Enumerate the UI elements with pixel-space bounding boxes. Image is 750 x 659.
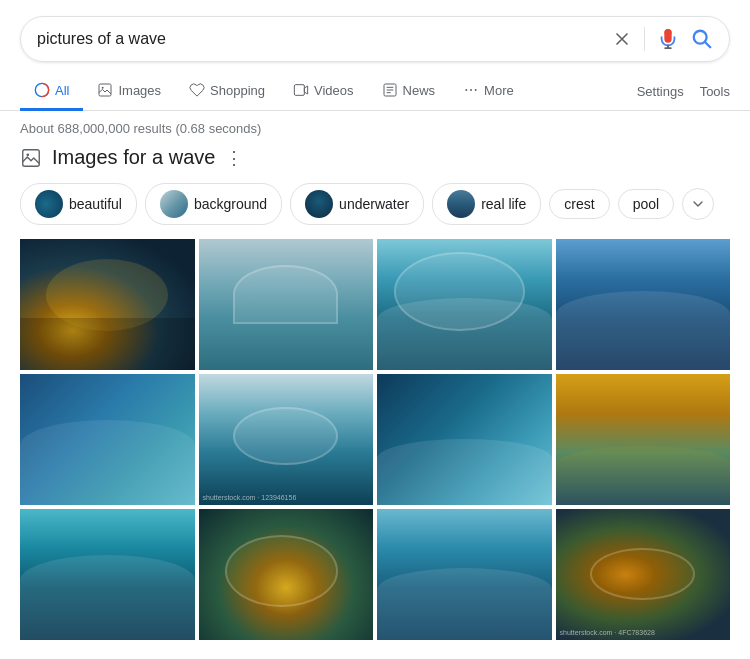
chip-label-background: background bbox=[194, 196, 267, 212]
clear-icon[interactable] bbox=[612, 29, 632, 49]
search-icon[interactable] bbox=[691, 28, 713, 50]
news-tab-icon bbox=[382, 82, 398, 98]
tab-videos-label: Videos bbox=[314, 83, 354, 98]
svg-point-14 bbox=[475, 89, 477, 91]
chip-underwater[interactable]: underwater bbox=[290, 183, 424, 225]
tools-link[interactable]: Tools bbox=[700, 84, 730, 99]
tab-videos[interactable]: Videos bbox=[279, 72, 368, 111]
chip-crest[interactable]: crest bbox=[549, 189, 609, 219]
chip-label-crest: crest bbox=[564, 196, 594, 212]
svg-line-3 bbox=[705, 42, 710, 47]
svg-point-16 bbox=[26, 153, 29, 156]
images-header: Images for a wave ⋮ bbox=[20, 146, 730, 169]
filter-chips: beautiful background underwater real lif… bbox=[20, 183, 730, 225]
chevron-down-icon bbox=[690, 196, 706, 212]
more-options-icon[interactable]: ⋮ bbox=[225, 147, 243, 169]
nav-tabs: All Images Shopping Videos News bbox=[0, 72, 750, 111]
search-icons bbox=[612, 27, 713, 51]
tab-images-label: Images bbox=[118, 83, 161, 98]
chip-thumb-beautiful bbox=[35, 190, 63, 218]
divider bbox=[644, 27, 645, 51]
image-cell-9[interactable] bbox=[20, 509, 195, 640]
chip-dropdown-button[interactable] bbox=[682, 188, 714, 220]
chip-label-beautiful: beautiful bbox=[69, 196, 122, 212]
image-cell-8[interactable] bbox=[556, 374, 731, 505]
videos-tab-icon bbox=[293, 82, 309, 98]
svg-rect-5 bbox=[99, 84, 111, 96]
chip-label-pool: pool bbox=[633, 196, 659, 212]
image-cell-3[interactable] bbox=[377, 239, 552, 370]
tab-more-label: More bbox=[484, 83, 514, 98]
svg-rect-15 bbox=[23, 149, 40, 166]
image-cell-6[interactable]: shutterstock.com · 123946156 bbox=[199, 374, 374, 505]
image-grid: shutterstock.com · 123946156 shutterstoc… bbox=[20, 239, 730, 640]
chip-thumb-real-life bbox=[447, 190, 475, 218]
image-cell-5[interactable] bbox=[20, 374, 195, 505]
svg-point-13 bbox=[470, 89, 472, 91]
chip-label-real-life: real life bbox=[481, 196, 526, 212]
results-count: About 688,000,000 results (0.68 seconds) bbox=[0, 111, 750, 146]
image-cell-2[interactable] bbox=[199, 239, 374, 370]
tab-all[interactable]: All bbox=[20, 72, 83, 111]
all-tab-icon bbox=[34, 82, 50, 98]
images-header-icon bbox=[20, 147, 42, 169]
svg-point-12 bbox=[465, 89, 467, 91]
tab-shopping-label: Shopping bbox=[210, 83, 265, 98]
chip-thumb-underwater bbox=[305, 190, 333, 218]
tab-news-label: News bbox=[403, 83, 436, 98]
image-cell-11[interactable] bbox=[377, 509, 552, 640]
images-tab-icon bbox=[97, 82, 113, 98]
mic-icon[interactable] bbox=[657, 28, 679, 50]
more-dots-icon bbox=[463, 82, 479, 98]
chip-real-life[interactable]: real life bbox=[432, 183, 541, 225]
chip-background[interactable]: background bbox=[145, 183, 282, 225]
search-bar bbox=[20, 16, 730, 62]
settings-link[interactable]: Settings bbox=[637, 84, 684, 99]
tab-all-label: All bbox=[55, 83, 69, 98]
chip-beautiful[interactable]: beautiful bbox=[20, 183, 137, 225]
svg-point-6 bbox=[102, 87, 104, 89]
tab-more[interactable]: More bbox=[449, 72, 528, 111]
chip-label-underwater: underwater bbox=[339, 196, 409, 212]
settings-tools: Settings Tools bbox=[637, 84, 730, 99]
search-bar-container bbox=[0, 0, 750, 72]
image-cell-4[interactable] bbox=[556, 239, 731, 370]
watermark-12: shutterstock.com · 4FC783628 bbox=[560, 629, 655, 636]
watermark-6: shutterstock.com · 123946156 bbox=[203, 494, 297, 501]
chip-thumb-background bbox=[160, 190, 188, 218]
chip-pool[interactable]: pool bbox=[618, 189, 674, 219]
image-cell-7[interactable] bbox=[377, 374, 552, 505]
shopping-tab-icon bbox=[189, 82, 205, 98]
search-input[interactable] bbox=[37, 30, 612, 48]
images-section-title: Images for a wave bbox=[52, 146, 215, 169]
image-cell-1[interactable] bbox=[20, 239, 195, 370]
tab-shopping[interactable]: Shopping bbox=[175, 72, 279, 111]
svg-rect-7 bbox=[294, 85, 304, 96]
image-cell-12[interactable]: shutterstock.com · 4FC783628 bbox=[556, 509, 731, 640]
tab-news[interactable]: News bbox=[368, 72, 450, 111]
tab-images[interactable]: Images bbox=[83, 72, 175, 111]
images-section: Images for a wave ⋮ beautiful background… bbox=[0, 146, 750, 640]
image-cell-10[interactable] bbox=[199, 509, 374, 640]
